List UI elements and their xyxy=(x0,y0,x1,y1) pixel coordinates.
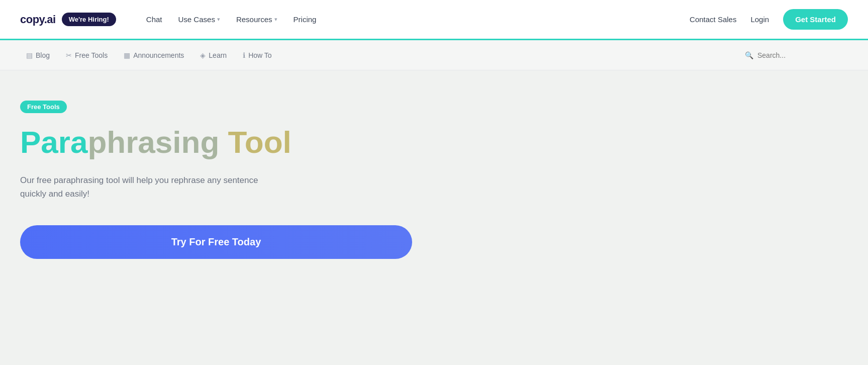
sub-nav-free-tools[interactable]: ✂ Free Tools xyxy=(60,48,114,62)
sub-nav-blog[interactable]: ▤ Blog xyxy=(20,48,56,62)
hero-description: Our free paraphrasing tool will help you… xyxy=(20,173,271,201)
hiring-badge[interactable]: We're Hiring! xyxy=(62,13,116,26)
sub-nav-announcements[interactable]: ▦ Announcements xyxy=(118,48,190,62)
hero-title-tool: Tool xyxy=(219,125,291,159)
learn-icon: ◈ xyxy=(200,51,206,59)
nav-pricing[interactable]: Pricing xyxy=(294,15,317,24)
hero-title: Paraphrasing Tool xyxy=(20,125,848,159)
use-cases-chevron-icon: ▾ xyxy=(217,16,220,23)
free-tools-badge[interactable]: Free Tools xyxy=(20,101,67,113)
announcements-icon: ▦ xyxy=(124,51,130,59)
search-icon: 🔍 xyxy=(745,51,753,59)
nav-left: copy.ai We're Hiring! xyxy=(20,13,116,26)
nav-use-cases[interactable]: Use Cases ▾ xyxy=(178,15,220,24)
hero-title-phrasing: phrasing xyxy=(87,125,219,159)
sub-nav-learn[interactable]: ◈ Learn xyxy=(194,48,233,62)
how-to-icon: ℹ xyxy=(243,51,245,59)
top-navigation: copy.ai We're Hiring! Chat Use Cases ▾ R… xyxy=(0,0,868,40)
sub-nav-items: ▤ Blog ✂ Free Tools ▦ Announcements ◈ Le… xyxy=(20,48,278,62)
nav-resources[interactable]: Resources ▾ xyxy=(236,15,277,24)
blog-icon: ▤ xyxy=(26,51,33,59)
hero-section: Free Tools Paraphrasing Tool Our free pa… xyxy=(0,70,868,332)
resources-chevron-icon: ▾ xyxy=(274,16,277,23)
logo[interactable]: copy.ai xyxy=(20,13,56,26)
nav-chat[interactable]: Chat xyxy=(146,15,162,24)
try-free-button[interactable]: Try For Free Today xyxy=(20,225,412,259)
get-started-button[interactable]: Get Started xyxy=(783,9,848,30)
nav-center: Chat Use Cases ▾ Resources ▾ Pricing xyxy=(146,15,317,24)
login-button[interactable]: Login xyxy=(750,15,769,24)
free-tools-icon: ✂ xyxy=(66,51,72,59)
sub-navigation: ▤ Blog ✂ Free Tools ▦ Announcements ◈ Le… xyxy=(0,40,868,70)
search-input[interactable] xyxy=(757,51,848,59)
sub-nav-how-to[interactable]: ℹ How To xyxy=(237,48,277,62)
sub-nav-search: 🔍 xyxy=(745,51,848,59)
contact-sales-link[interactable]: Contact Sales xyxy=(690,15,736,24)
hero-title-para: Para xyxy=(20,125,87,159)
nav-right: Contact Sales Login Get Started xyxy=(690,9,848,30)
